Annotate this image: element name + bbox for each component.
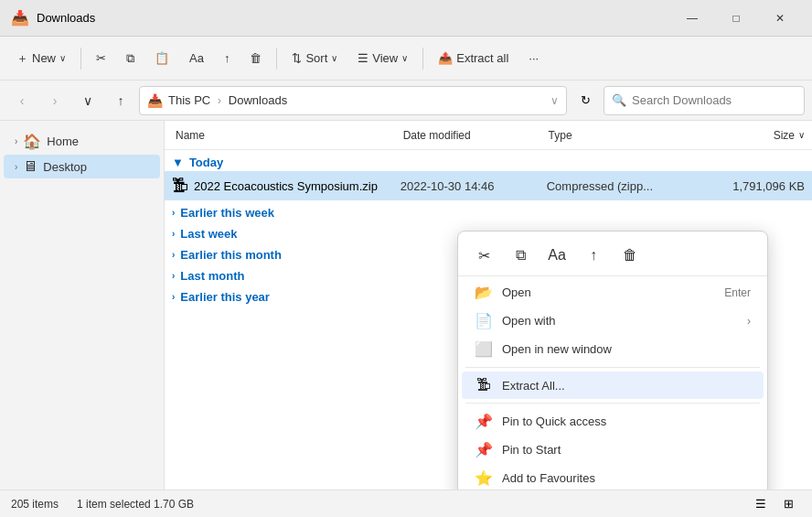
breadcrumb-dropdown-icon: ∨: [550, 94, 559, 107]
rename-button[interactable]: Aa: [180, 42, 213, 75]
home-label: Home: [47, 135, 79, 148]
copy-icon: ⧉: [126, 51, 134, 66]
ctx-open-with-icon: 📄: [475, 312, 493, 329]
earlier-month-label: Earlier this month: [180, 248, 282, 262]
group-earlier-week[interactable]: › Earlier this week: [165, 200, 812, 221]
address-breadcrumb[interactable]: 📥 This PC › Downloads ∨: [139, 86, 567, 115]
zip-file-date: 2022-10-30 14:46: [401, 179, 547, 193]
toolbar-sep-1: [80, 48, 81, 70]
new-icon: ＋: [16, 50, 28, 67]
sort-arrows-icon: ⇅: [292, 51, 302, 65]
maximize-button[interactable]: □: [715, 4, 757, 33]
ctx-pin-start[interactable]: 📌 Pin to Start: [462, 436, 764, 464]
ctx-cut-button[interactable]: ✂: [467, 241, 500, 270]
search-icon: 🔍: [612, 93, 626, 107]
zip-file-icon: 🗜: [172, 177, 188, 196]
sidebar-item-desktop[interactable]: › 🖥 Desktop: [4, 155, 160, 178]
forward-button[interactable]: ›: [40, 86, 69, 115]
col-type-header[interactable]: Type: [549, 129, 702, 142]
up-button[interactable]: ↑: [106, 86, 135, 115]
ctx-pin-start-icon: 📌: [475, 441, 493, 458]
view-icon: ☰: [358, 51, 369, 65]
ctx-sep-2: [465, 403, 760, 404]
title-bar-title: Downloads: [37, 11, 664, 25]
more-button[interactable]: ···: [519, 42, 548, 75]
desktop-expand-icon: ›: [15, 162, 17, 172]
list-view-button[interactable]: ☰: [748, 493, 774, 515]
paste-icon: 📋: [155, 51, 169, 65]
ctx-open-new-window[interactable]: ⬜ Open in new window: [462, 335, 764, 363]
search-box[interactable]: 🔍: [604, 86, 805, 115]
ctx-rename-button[interactable]: Aa: [540, 241, 573, 270]
col-size-sort-icon: ∨: [798, 130, 805, 140]
ctx-open[interactable]: 📂 Open Enter: [462, 278, 764, 307]
refresh-button[interactable]: ↻: [571, 86, 600, 115]
ctx-copy-button[interactable]: ⧉: [504, 241, 537, 270]
rename-icon: Aa: [189, 51, 204, 65]
expand-nav-button[interactable]: ∨: [73, 86, 102, 115]
home-icon: 🏠: [23, 133, 41, 150]
ctx-add-fav-label: Add to Favourites: [502, 471, 751, 485]
minimize-button[interactable]: —: [671, 4, 713, 33]
ctx-open-with[interactable]: 📄 Open with ›: [462, 307, 764, 335]
breadcrumb-folder: Downloads: [229, 93, 287, 107]
group-today[interactable]: ▼ Today: [165, 150, 812, 171]
status-bar: 205 items 1 item selected 1.70 GB ☰ ⊞: [0, 490, 812, 517]
toolbar-sep-2: [276, 48, 277, 70]
copy-button[interactable]: ⧉: [117, 42, 144, 75]
home-expand-icon: ›: [15, 136, 17, 146]
ctx-add-fav-icon: ⭐: [475, 469, 493, 487]
search-input[interactable]: [632, 93, 796, 107]
ctx-open-icon: 📂: [475, 284, 493, 301]
paste-button[interactable]: 📋: [145, 42, 178, 75]
earlier-week-expand-icon: ›: [172, 208, 175, 218]
ctx-pin-start-label: Pin to Start: [502, 443, 751, 457]
view-button[interactable]: ☰ View ∨: [348, 42, 417, 75]
col-size-header[interactable]: Size ∨: [702, 129, 805, 142]
ctx-extract-all[interactable]: 🗜 Extract All...: [462, 372, 764, 399]
ctx-add-fav[interactable]: ⭐ Add to Favourites: [462, 464, 764, 490]
col-name-header[interactable]: Name: [172, 129, 403, 142]
list-view-icon: ☰: [755, 497, 766, 511]
grid-view-button[interactable]: ⊞: [775, 493, 801, 515]
toolbar: ＋ New ∨ ✂ ⧉ 📋 Aa ↑ 🗑 ⇅ Sort ∨ ☰ View ∨ 📤…: [0, 37, 812, 81]
ctx-open-with-arrow: ›: [747, 315, 751, 328]
view-arrow-icon: ∨: [401, 53, 408, 63]
ctx-toolbar: ✂ ⧉ Aa ↑ 🗑: [458, 235, 767, 276]
last-week-expand-icon: ›: [172, 229, 175, 239]
sidebar-item-home[interactable]: › 🏠 Home: [4, 129, 160, 154]
main-area: › 🏠 Home › 🖥 Desktop Name Date modified …: [0, 121, 812, 490]
extract-label: Extract all: [456, 51, 508, 65]
earlier-year-expand-icon: ›: [172, 292, 175, 302]
delete-button[interactable]: 🗑: [240, 42, 271, 75]
ctx-share-button[interactable]: ↑: [577, 241, 610, 270]
sort-button[interactable]: ⇅ Sort ∨: [283, 42, 347, 75]
today-label: Today: [189, 156, 223, 169]
col-date-header[interactable]: Date modified: [403, 129, 549, 142]
extract-all-button[interactable]: 📤 Extract all: [429, 42, 518, 75]
sort-arrow-icon: ∨: [331, 53, 337, 63]
title-bar: 📥 Downloads — □ ✕: [0, 0, 812, 37]
last-month-label: Last month: [180, 269, 244, 283]
ctx-extract-icon: 🗜: [475, 377, 493, 393]
title-bar-icon: 📥: [11, 9, 29, 27]
sidebar: › 🏠 Home › 🖥 Desktop: [0, 121, 165, 490]
breadcrumb-sep1: ›: [218, 93, 225, 107]
title-bar-controls: — □ ✕: [671, 4, 801, 33]
file-row-zip[interactable]: 🗜 2022 Ecoacoustics Symposium.zip 2022-1…: [165, 171, 812, 200]
close-button[interactable]: ✕: [759, 4, 801, 33]
view-buttons: ☰ ⊞: [748, 493, 801, 515]
ctx-delete-button[interactable]: 🗑: [614, 241, 646, 270]
cut-button[interactable]: ✂: [87, 42, 115, 75]
zip-file-type: Compressed (zipp...: [547, 179, 701, 193]
ctx-extract-label: Extract All...: [502, 379, 751, 393]
share-button[interactable]: ↑: [215, 42, 240, 75]
new-button[interactable]: ＋ New ∨: [7, 42, 75, 75]
ctx-pin-quick-icon: 📌: [475, 413, 493, 430]
back-button[interactable]: ‹: [7, 86, 37, 115]
ctx-pin-quick[interactable]: 📌 Pin to Quick access: [462, 407, 764, 436]
sort-label: Sort: [305, 51, 327, 65]
context-menu[interactable]: ✂ ⧉ Aa ↑ 🗑 📂 Open Enter 📄 Open with ›: [457, 231, 768, 490]
toolbar-sep-3: [422, 48, 423, 70]
ctx-open-with-label: Open with: [502, 314, 738, 328]
